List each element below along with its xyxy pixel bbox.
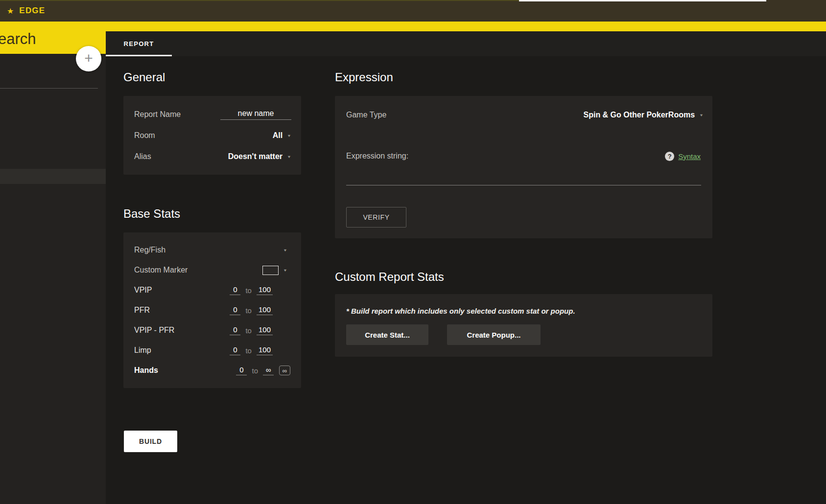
- build-button[interactable]: BUILD: [124, 431, 177, 452]
- game-type-label: Game Type: [346, 111, 386, 119]
- vpip-pfr-from-input[interactable]: 0: [230, 325, 240, 335]
- create-stat-button[interactable]: Create Stat...: [346, 324, 428, 345]
- custom-stats-note: * Build report which includes only selec…: [346, 307, 575, 315]
- chevron-down-icon: ▼: [283, 268, 287, 273]
- syntax-link[interactable]: Syntax: [678, 152, 701, 160]
- custom-marker-row: Custom Marker ▼: [134, 260, 290, 280]
- plus-icon: +: [84, 51, 93, 66]
- window-edge-highlight: [519, 0, 766, 1]
- search-label: earch: [0, 30, 36, 48]
- hands-to-input[interactable]: ∞: [263, 366, 274, 375]
- vpip-range: 0 to 100: [230, 285, 273, 295]
- vpip-label: VPIP: [134, 286, 152, 295]
- sidebar: [0, 54, 106, 504]
- report-name-label: Report Name: [134, 110, 181, 119]
- custom-marker-select[interactable]: ▼: [262, 266, 287, 275]
- hands-from-input[interactable]: 0: [236, 366, 247, 375]
- sidebar-selected-row[interactable]: [0, 169, 106, 184]
- pfr-row: PFR 0 to 100: [134, 300, 290, 321]
- vpip-pfr-row: VPIP - PFR 0 to 100: [134, 321, 290, 341]
- main-area: REPORT General Report Name new name Room…: [106, 31, 826, 504]
- report-name-row: Report Name new name: [134, 104, 291, 125]
- chevron-down-icon: ▼: [287, 154, 291, 159]
- room-value: All: [273, 131, 283, 140]
- general-title: General: [123, 70, 165, 84]
- limp-range: 0 to 100: [230, 345, 273, 355]
- room-row: Room All ▼: [134, 125, 291, 146]
- range-to-label: to: [245, 306, 252, 315]
- limp-to-input[interactable]: 100: [257, 345, 273, 355]
- alias-select[interactable]: Doesn't matter ▼: [228, 152, 291, 161]
- expression-title: Expression: [335, 70, 393, 84]
- limp-label: Limp: [134, 346, 151, 355]
- custom-marker-label: Custom Marker: [134, 266, 188, 275]
- expression-string-input[interactable]: [346, 185, 701, 185]
- star-icon: ★: [7, 6, 14, 16]
- tab-report[interactable]: REPORT: [106, 31, 172, 56]
- chevron-down-icon: ▼: [699, 113, 704, 117]
- alias-label: Alias: [134, 152, 151, 161]
- hands-row: Hands 0 to ∞ ∞: [134, 361, 290, 381]
- range-to-label: to: [245, 326, 252, 335]
- infinity-icon: ∞: [283, 367, 287, 374]
- accent-strip: [0, 22, 826, 31]
- base-stats-card: Reg/Fish ▼ Custom Marker ▼ VPIP 0 to 100…: [123, 232, 301, 388]
- hands-label: Hands: [134, 366, 158, 375]
- game-type-value: Spin & Go Other PokerRooms: [583, 111, 695, 119]
- pfr-label: PFR: [134, 306, 150, 315]
- color-swatch[interactable]: [262, 266, 279, 275]
- brand-label: EDGE: [19, 6, 45, 16]
- limp-row: Limp 0 to 100: [134, 341, 290, 361]
- tab-bar: REPORT: [106, 31, 826, 56]
- help-icon[interactable]: ?: [665, 152, 674, 161]
- reg-fish-label: Reg/Fish: [134, 246, 165, 254]
- report-name-input[interactable]: new name: [220, 109, 291, 120]
- hands-range: 0 to ∞ ∞: [236, 366, 290, 375]
- room-label: Room: [134, 131, 155, 140]
- alias-row: Alias Doesn't matter ▼: [134, 146, 291, 167]
- pfr-range: 0 to 100: [230, 305, 273, 315]
- vpip-pfr-to-input[interactable]: 100: [257, 325, 273, 335]
- vpip-row: VPIP 0 to 100: [134, 280, 290, 300]
- alias-value: Doesn't matter: [228, 152, 283, 161]
- infinity-toggle-button[interactable]: ∞: [279, 366, 290, 375]
- tab-report-label: REPORT: [124, 40, 154, 47]
- top-bar: ★ EDGE: [0, 0, 826, 22]
- expression-card: Game Type Spin & Go Other PokerRooms ▼ E…: [335, 96, 712, 238]
- reg-fish-select[interactable]: ▼: [283, 248, 287, 252]
- reg-fish-row: Reg/Fish ▼: [134, 240, 290, 260]
- custom-report-stats-title: Custom Report Stats: [335, 270, 444, 284]
- custom-report-stats-card: * Build report which includes only selec…: [335, 294, 712, 357]
- game-type-row: Game Type Spin & Go Other PokerRooms ▼: [346, 108, 704, 122]
- pfr-from-input[interactable]: 0: [230, 305, 240, 315]
- vpip-to-input[interactable]: 100: [257, 285, 273, 295]
- create-popup-button[interactable]: Create Popup...: [447, 324, 541, 345]
- add-button[interactable]: +: [76, 46, 101, 71]
- vpip-from-input[interactable]: 0: [230, 285, 240, 295]
- range-to-label: to: [245, 346, 252, 355]
- expression-string-row: Expression string: ? Syntax: [346, 151, 701, 161]
- syntax-help-group: ? Syntax: [665, 152, 701, 161]
- general-card: Report Name new name Room All ▼ Alias Do…: [123, 96, 301, 175]
- chevron-down-icon: ▼: [287, 133, 291, 137]
- verify-button[interactable]: VERIFY: [346, 207, 406, 228]
- tab-active-underline: [106, 55, 172, 56]
- chevron-down-icon: ▼: [283, 248, 287, 252]
- window-top-edge: [0, 0, 519, 1]
- range-to-label: to: [245, 286, 252, 295]
- limp-from-input[interactable]: 0: [230, 345, 240, 355]
- range-to-label: to: [252, 367, 258, 375]
- pfr-to-input[interactable]: 100: [257, 305, 273, 315]
- vpip-pfr-label: VPIP - PFR: [134, 326, 174, 335]
- room-select[interactable]: All ▼: [273, 131, 291, 140]
- expression-string-label: Expression string:: [346, 152, 408, 160]
- sidebar-divider: [0, 88, 98, 89]
- vpip-pfr-range: 0 to 100: [230, 325, 273, 335]
- base-stats-title: Base Stats: [123, 207, 180, 221]
- game-type-select[interactable]: Spin & Go Other PokerRooms ▼: [583, 111, 704, 119]
